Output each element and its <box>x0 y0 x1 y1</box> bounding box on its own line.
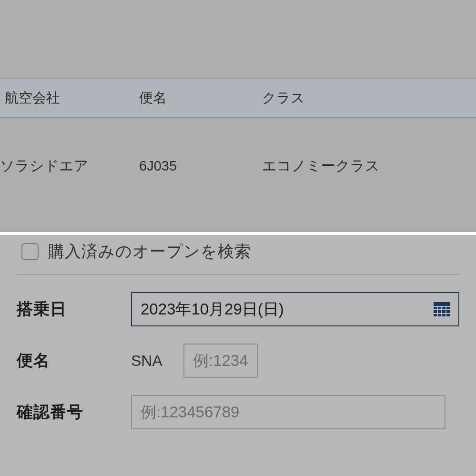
header-class: クラス <box>253 89 476 108</box>
table-row: ソラシドエア 6J035 エコノミークラス <box>0 118 476 213</box>
flight-table-panel: 航空会社 便名 クラス ソラシドエア 6J035 エコノミークラス <box>0 0 476 232</box>
cell-airline: ソラシドエア <box>0 156 133 176</box>
flight-number-label: 便名 <box>17 350 131 372</box>
calendar-icon[interactable] <box>434 302 450 316</box>
cell-flight: 6J035 <box>133 158 253 174</box>
open-ticket-checkbox[interactable] <box>21 243 39 260</box>
confirmation-number-label: 確認番号 <box>17 401 131 423</box>
boarding-date-label: 搭乗日 <box>17 298 131 320</box>
flight-number-row: 便名 SNA 例:1234 <box>17 344 459 378</box>
boarding-date-field[interactable]: 2023年10月29日(日) <box>131 292 459 326</box>
table-header-row: 航空会社 便名 クラス <box>0 78 476 118</box>
header-airline: 航空会社 <box>0 89 133 108</box>
header-flight: 便名 <box>133 89 253 108</box>
open-ticket-checkbox-label: 購入済みのオープンを検索 <box>48 241 251 263</box>
flight-number-input[interactable]: 例:1234 <box>183 344 258 378</box>
search-form-panel: 購入済みのオープンを検索 搭乗日 2023年10月29日(日) 便名 SNA 例… <box>0 232 476 476</box>
flight-number-placeholder: 例:1234 <box>193 350 248 372</box>
flight-prefix: SNA <box>131 352 183 370</box>
boarding-date-value: 2023年10月29日(日) <box>141 299 284 320</box>
confirmation-number-placeholder: 例:123456789 <box>141 402 239 423</box>
boarding-date-row: 搭乗日 2023年10月29日(日) <box>17 292 459 326</box>
open-ticket-checkbox-row: 購入済みのオープンを検索 <box>17 235 459 275</box>
confirmation-number-input[interactable]: 例:123456789 <box>131 395 446 429</box>
confirmation-number-row: 確認番号 例:123456789 <box>17 395 459 429</box>
cell-class: エコノミークラス <box>253 156 476 176</box>
